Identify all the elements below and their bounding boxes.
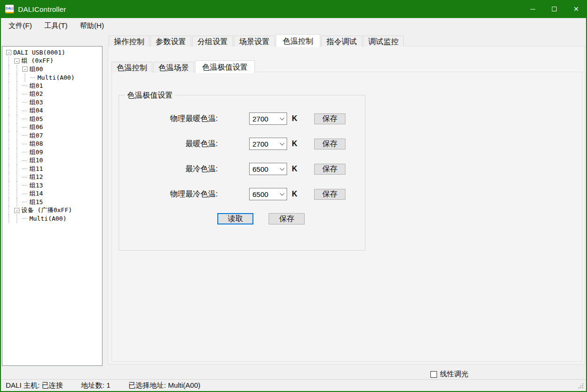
tree-node[interactable]: 组14	[2, 190, 102, 198]
tree-leaf-connector	[22, 181, 28, 190]
chevron-down-icon[interactable]	[277, 143, 287, 145]
tree-collapse-icon[interactable]: -	[14, 208, 19, 213]
unit-label: K	[292, 190, 301, 198]
menu-item[interactable]: 文件(F)	[4, 19, 37, 33]
tree-guide-line	[14, 148, 22, 157]
ct-value-combobox[interactable]: 6500	[249, 188, 287, 200]
chevron-down-icon[interactable]	[277, 118, 287, 120]
tree-node[interactable]: -DALI USB(0001)	[2, 48, 102, 57]
tree-node[interactable]: 组03	[2, 98, 102, 107]
tree-node[interactable]: 组07	[2, 131, 102, 140]
tree-guide-line	[14, 190, 22, 198]
tree-node-label: DALI USB(0001)	[13, 49, 65, 56]
tree-leaf-connector	[22, 198, 28, 206]
tree-node-label: 组07	[29, 131, 43, 140]
minimize-button[interactable]	[522, 0, 543, 18]
tree-guide-line	[6, 148, 14, 157]
linear-dimming-checkbox[interactable]	[430, 371, 437, 378]
tree-guide-line	[6, 65, 14, 74]
chevron-down-icon[interactable]	[277, 194, 287, 195]
tree-node[interactable]: 组02	[2, 90, 102, 99]
chevron-down-icon[interactable]	[277, 168, 287, 170]
tree-guide-line	[6, 115, 14, 123]
tree-node[interactable]: -设备 (广播0xFF)	[2, 206, 102, 215]
tree-guide-line	[14, 82, 22, 90]
maximize-button[interactable]	[543, 0, 565, 18]
tree-guide-line	[14, 173, 22, 182]
tree-node[interactable]: -组00	[2, 65, 102, 74]
tree-guide-line	[22, 74, 30, 82]
tab-场景设置[interactable]: 场景设置	[234, 36, 275, 47]
ct-value-combobox[interactable]: 2700	[249, 112, 287, 125]
tree-node[interactable]: 组08	[2, 140, 102, 149]
tree-node[interactable]: 组01	[2, 82, 102, 90]
tree-guide-line	[14, 198, 22, 206]
tab-色温控制[interactable]: 色温控制	[276, 34, 320, 47]
close-button[interactable]: ✕	[565, 0, 587, 18]
tab-色温控制[interactable]: 色温控制	[112, 62, 152, 73]
tree-node-label: 组11	[29, 165, 43, 173]
ct-value-combobox[interactable]: 2700	[249, 138, 287, 150]
tab-色温场景[interactable]: 色温场景	[153, 62, 194, 73]
main-tabstrip: 操作控制参数设置分组设置场景设置色温控制指令调试调试监控	[109, 35, 405, 47]
row-save-button[interactable]: 保存	[314, 189, 345, 200]
tree-node-label: 组00	[29, 65, 43, 74]
tree-node[interactable]: 组13	[2, 181, 102, 190]
tree-collapse-icon[interactable]: -	[14, 58, 19, 64]
tree-node-label: Multi(A00)	[29, 215, 66, 222]
tree-node[interactable]: 组10	[2, 157, 102, 165]
tab-分组设置[interactable]: 分组设置	[192, 36, 233, 47]
tree-node[interactable]: Multi(A00)	[2, 74, 102, 82]
tab-操作控制[interactable]: 操作控制	[109, 36, 149, 47]
row-save-button[interactable]: 保存	[314, 113, 345, 124]
tree-leaf-connector	[22, 165, 28, 173]
ct-limits-groupbox: 色温极值设置 物理最暖色温:2700K保存最暖色温:2700K保存最冷色温:65…	[119, 95, 365, 251]
tree-collapse-icon[interactable]: -	[6, 50, 11, 55]
row-save-button[interactable]: 保存	[314, 164, 345, 175]
tree-node-label: 组10	[29, 156, 43, 165]
ct-limit-row: 最暖色温:2700K保存	[119, 138, 365, 150]
tree-leaf-connector	[22, 98, 28, 107]
tree-leaf-connector	[22, 115, 28, 123]
tree-node[interactable]: 组05	[2, 115, 102, 123]
app-window: DALI DALIController ✕ 文件(F)工具(T)帮助(H) -D…	[0, 0, 587, 392]
device-tree[interactable]: -DALI USB(0001)-组 (0xFF)-组00Multi(A00)组0…	[2, 46, 102, 366]
ct-row-label: 最暖色温:	[119, 139, 218, 149]
tree-node[interactable]: 组11	[2, 165, 102, 173]
read-button[interactable]: 读取	[217, 213, 253, 224]
tree-leaf-connector	[22, 90, 28, 99]
tree-node[interactable]: 组15	[2, 198, 102, 206]
tree-guide-line	[14, 215, 22, 223]
tab-参数设置[interactable]: 参数设置	[150, 36, 191, 47]
save-button[interactable]: 保存	[269, 213, 305, 224]
tab-指令调试[interactable]: 指令调试	[321, 36, 362, 47]
tree-node-label: 组06	[29, 123, 43, 131]
tree-guide-line	[14, 123, 22, 132]
ct-combobox-value: 6500	[250, 165, 277, 173]
tree-node[interactable]: -组 (0xFF)	[2, 57, 102, 65]
tree-node[interactable]: 组12	[2, 173, 102, 182]
tree-node[interactable]: 组09	[2, 148, 102, 157]
linear-dimming-option[interactable]: 线性调光	[430, 370, 468, 379]
tree-node[interactable]: Multi(A00)	[2, 215, 102, 223]
tree-node-label: Multi(A00)	[37, 74, 75, 81]
tree-node[interactable]: 组04	[2, 107, 102, 115]
tab-调试监控[interactable]: 调试监控	[363, 36, 404, 47]
tree-leaf-connector	[22, 215, 28, 223]
tab-色温极值设置[interactable]: 色温极值设置	[195, 60, 255, 73]
tree-leaf-connector	[22, 148, 28, 157]
tree-collapse-icon[interactable]: -	[22, 66, 28, 72]
tree-node[interactable]: 组06	[2, 123, 102, 132]
row-save-button[interactable]: 保存	[314, 139, 345, 149]
tree-node-label: 组09	[29, 148, 43, 157]
groupbox-title: 色温极值设置	[125, 91, 175, 101]
menu-item[interactable]: 帮助(H)	[75, 19, 109, 33]
status-host: DALI 主机: 已连接	[6, 381, 63, 390]
resize-grip-icon[interactable]	[578, 383, 583, 389]
titlebar: DALI DALIController ✕	[0, 0, 587, 18]
tree-guide-line	[6, 98, 14, 107]
tree-node-label: 组03	[29, 98, 43, 107]
tree-guide-line	[14, 140, 22, 149]
menu-item[interactable]: 工具(T)	[39, 19, 72, 33]
ct-value-combobox[interactable]: 6500	[249, 163, 287, 175]
